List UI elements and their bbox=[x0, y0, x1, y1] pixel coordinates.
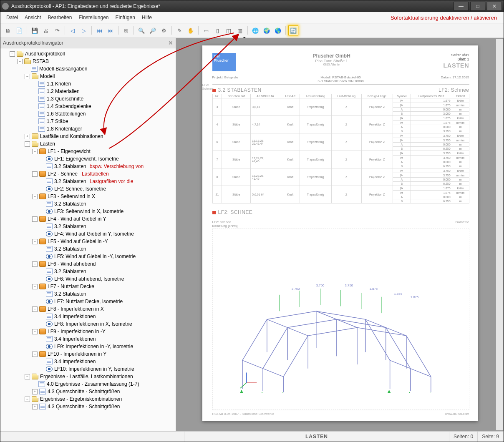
tb-print-icon[interactable]: 🖨 bbox=[41, 25, 51, 35]
tb-new-icon[interactable]: 🗎 bbox=[3, 25, 13, 35]
page-icon bbox=[38, 381, 45, 387]
tree-item[interactable]: +4.3 Querschnitte - Schnittgrößen bbox=[31, 403, 175, 410]
tree-erg-lf[interactable]: −Ergebnisse - Lastfälle, Lastkombination… bbox=[24, 373, 175, 380]
tree-item[interactable]: 1.7 Stäbe bbox=[31, 118, 175, 125]
tb-select-icon[interactable]: ✎ bbox=[174, 25, 184, 35]
menu-hilfe[interactable]: Hilfe bbox=[139, 13, 155, 22]
structure-svg: 3.7503.750 3.7501.875 1.8751.875 bbox=[218, 246, 464, 393]
tree-lf[interactable]: −LF2 - SchneeLasttabellen bbox=[31, 170, 175, 178]
tree-item[interactable]: 1.8 Knotenlager bbox=[31, 125, 175, 133]
preview-scrollbar[interactable] bbox=[496, 39, 503, 430]
tree-item[interactable]: 3.2 Stablasten bbox=[39, 290, 175, 298]
tree-modell[interactable]: −Modell bbox=[24, 73, 175, 80]
tree-item[interactable]: LF7: Nutzlast Decke, Isometrie bbox=[39, 298, 175, 305]
tree-item[interactable]: 1.2 Materialien bbox=[31, 88, 175, 95]
tree-model-basis[interactable]: Modell-Basisangaben bbox=[24, 65, 175, 73]
tb-next-icon[interactable]: ▷ bbox=[79, 25, 89, 35]
tb-settings-icon[interactable]: ⚙ bbox=[159, 25, 169, 35]
tree-item[interactable]: 3.2 Stablasten bbox=[39, 200, 175, 208]
tb-hand-icon[interactable]: ✋ bbox=[186, 25, 196, 35]
tb-zoom-out-icon[interactable]: 🔎 bbox=[148, 25, 158, 35]
tb-page2-icon[interactable]: ▯ bbox=[212, 25, 222, 35]
tree-lastfaelle-komb[interactable]: +Lastfälle und Kombinationen bbox=[24, 133, 175, 140]
tb-save-icon[interactable]: 💾 bbox=[30, 25, 40, 35]
tb-export-icon[interactable]: ↷ bbox=[52, 25, 62, 35]
navigator-tree[interactable]: −Ausdruckprotokoll −RSTAB Modell-Basisan… bbox=[0, 48, 176, 431]
tree-item[interactable]: 1.1 Knoten bbox=[31, 80, 175, 88]
tree-item[interactable]: 4.0 Ergebnisse - Zusammenfassung (1-7) bbox=[31, 380, 175, 388]
tree-item[interactable]: 3.2 Stablasten bbox=[39, 223, 175, 230]
tb-globe2-icon[interactable]: 🌍 bbox=[262, 25, 272, 35]
tree-item[interactable]: LF2: Schnee, Isometrie bbox=[39, 185, 175, 193]
tree-item[interactable]: LF3: Seitenwind in X, Isometrie bbox=[39, 208, 175, 215]
tree-rstab[interactable]: −RSTAB bbox=[16, 58, 175, 65]
tb-first-icon[interactable]: ⏮ bbox=[94, 25, 104, 35]
tree-item[interactable]: LF5: Wind auf Giebel in -Y, Isometrie bbox=[39, 253, 175, 260]
page-side-label: LF2: Schnee bbox=[202, 83, 214, 90]
tree-lasten[interactable]: −Lasten bbox=[24, 140, 175, 148]
maximize-button[interactable]: □ bbox=[470, 2, 485, 11]
tree-item[interactable]: 1.6 Stabteilungen bbox=[31, 110, 175, 118]
tb-last-icon[interactable]: ⏭ bbox=[106, 25, 116, 35]
tb-page1-icon[interactable]: ▭ bbox=[201, 25, 211, 35]
table-row: 6Stäbe15,16,25, 26,43,44KraftTrapezförmi… bbox=[212, 133, 469, 138]
tree-root[interactable]: −Ausdruckprotokoll bbox=[9, 50, 175, 58]
tree-item[interactable]: 3.2 StablastenLastgrafiken vor die bbox=[39, 178, 175, 185]
tree-item[interactable]: 3.2 Stablastenbspw. Verschiebung von bbox=[39, 163, 175, 170]
tree-item[interactable]: LF9: Imperfektionen in -Y, Isometrie bbox=[39, 343, 175, 350]
loadcase-icon bbox=[39, 284, 46, 289]
tree-item[interactable]: LF8: Imperfektionen in X, Isometrie bbox=[39, 320, 175, 328]
tree-lf[interactable]: −LF9 - Imperfektionen in -Y bbox=[31, 328, 175, 335]
tree-item[interactable]: LF6: Wind abhebend, Isometrie bbox=[39, 275, 175, 283]
loadcase-icon bbox=[39, 351, 46, 357]
tree-item[interactable]: 1.3 Querschnitte bbox=[31, 95, 175, 103]
company-name: Pfuscher GmbH bbox=[241, 53, 423, 59]
tree-item[interactable]: 3.4 Imperfektionen bbox=[39, 358, 175, 365]
close-button[interactable]: ✕ bbox=[487, 2, 502, 11]
annotation-tree: Lastgrafiken vor die bbox=[90, 178, 134, 185]
tb-globe3-icon[interactable]: 🌎 bbox=[273, 25, 283, 35]
tree-lf[interactable]: −LF10 - Imperfektionen in Y bbox=[31, 350, 175, 358]
loadcase-icon bbox=[39, 193, 46, 199]
tb-zoom-in-icon[interactable]: 🔍 bbox=[136, 25, 146, 35]
menu-datei[interactable]: Datei bbox=[3, 13, 21, 22]
menu-ansicht[interactable]: Ansicht bbox=[21, 13, 44, 22]
tb-globe1-icon[interactable]: 🌐 bbox=[250, 25, 260, 35]
page-icon bbox=[46, 178, 53, 184]
tb-refresh-toggle-icon[interactable]: 🔄 bbox=[288, 25, 298, 35]
tree-item[interactable]: +4.3 Querschnitte - Schnittgrößen bbox=[31, 388, 175, 395]
tree-item[interactable]: LF1: Eigengewicht, Isometrie bbox=[39, 155, 175, 163]
tree-item[interactable]: LF10: Imperfektionen in Y, Isometrie bbox=[39, 365, 175, 373]
tree-lf[interactable]: −LF5 - Wind auf Giebel in -Y bbox=[31, 238, 175, 245]
tb-open-icon[interactable]: 📄 bbox=[14, 25, 24, 35]
tree-item[interactable]: 3.2 Stablasten bbox=[39, 245, 175, 253]
tree-item[interactable]: 3.4 Imperfektionen bbox=[39, 335, 175, 343]
tb-page3-icon[interactable]: ◫ bbox=[224, 25, 234, 35]
tree-item[interactable]: 3.4 Imperfektionen bbox=[39, 313, 175, 320]
tree-lf[interactable]: −LF1 - Eigengewicht bbox=[31, 148, 175, 155]
tree-lf[interactable]: −LF3 - Seitenwind in X bbox=[31, 193, 175, 200]
minimize-button[interactable]: — bbox=[454, 2, 469, 11]
meta-row: Projekt: Beispiele Modell: RSTAB-Beispie… bbox=[212, 74, 469, 85]
tb-prev-icon[interactable]: ◁ bbox=[68, 25, 78, 35]
tb-copy-icon[interactable]: ⎘ bbox=[121, 25, 131, 35]
tree-lf[interactable]: −LF7 - Nutzlast Decke bbox=[31, 283, 175, 290]
menu-einfuegen[interactable]: Einfügen bbox=[112, 13, 138, 22]
tree-lf[interactable]: −LF8 - Imperfektionen in X bbox=[31, 305, 175, 313]
tree-item[interactable]: 3.2 Stablasten bbox=[39, 268, 175, 275]
menubar: Datei Ansicht Bearbeiten Einstellungen E… bbox=[0, 12, 504, 23]
tree-item[interactable]: 1.4 Stabendgelenke bbox=[31, 103, 175, 110]
menu-bearbeiten[interactable]: Bearbeiten bbox=[44, 13, 75, 22]
menu-einstellungen[interactable]: Einstellungen bbox=[75, 13, 112, 22]
preview-viewport[interactable]: LF2: Schnee DerPfuscher Pfuscher GmbH Pi… bbox=[176, 38, 504, 431]
navigator-close-icon[interactable]: ✕ bbox=[168, 40, 173, 46]
tree-item[interactable]: LF4: Wind auf Giebel in Y, Isometrie bbox=[39, 230, 175, 238]
table-row: 7Stäbe17,24,27, 42,45KraftTrapezförmigZP… bbox=[212, 151, 469, 156]
tree-lf[interactable]: −LF4 - Wind auf Giebel in Y bbox=[31, 215, 175, 223]
page-icon bbox=[46, 291, 53, 297]
svg-line-23 bbox=[240, 383, 247, 388]
tb-page4-icon[interactable]: ▥ bbox=[235, 25, 245, 35]
tree-lf[interactable]: −LF6 - Wind abhebend bbox=[31, 260, 175, 268]
page-icon bbox=[38, 118, 45, 124]
tree-erg-ek[interactable]: −Ergebnisse - Ergebniskombinationen bbox=[24, 395, 175, 403]
